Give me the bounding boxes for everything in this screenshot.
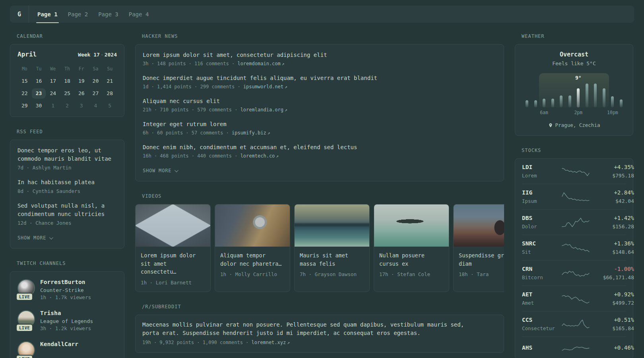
video-thumbnail[interactable] (136, 204, 210, 247)
nav-tab-page-1[interactable]: Page 1 (37, 6, 58, 23)
calendar-day: 28 (103, 88, 117, 99)
calendar-day: 3 (74, 101, 89, 111)
calendar-day: 16 (32, 76, 46, 86)
hackernews-item-title[interactable]: Lorem ipsum dolor sit amet, consectetur … (143, 51, 497, 59)
calendar-separator: · (100, 52, 105, 58)
item-domain-link[interactable]: ipsumworld.net (243, 84, 283, 90)
stock-row-iig[interactable]: IIGIpsum+2.84%$42.04 (522, 184, 626, 209)
nav-tab-page-2[interactable]: Page 2 (68, 6, 88, 23)
stock-sparkline (562, 241, 590, 253)
item-domain-link[interactable]: loremdomain.com (237, 61, 280, 66)
twitch-channel-row[interactable]: LIVETrishaLeague of Legends3h · 1.2k vie… (17, 309, 117, 331)
calendar-title: CALENDAR (17, 33, 124, 39)
video-thumbnail[interactable] (215, 204, 290, 247)
hackernews-item-title[interactable]: Integer eget rutrum lorem (143, 120, 497, 128)
nav-tab-page-4[interactable]: Page 4 (129, 6, 149, 23)
video-meta: 1h · Lori Barnett (141, 280, 205, 286)
calendar-day-header: Sa (89, 64, 103, 74)
item-domain-link[interactable]: loremlandia.org (241, 107, 283, 113)
video-card[interactable]: Nullam posuere cursus ex17h · Stefan Col… (374, 204, 449, 292)
video-title: Aliquam tempor dolor nec pharetra… (220, 251, 285, 268)
stock-change: +0.51% (590, 316, 634, 324)
video-card[interactable]: Mauris sit amet massa felis7h · Grayson … (294, 204, 370, 292)
calendar-day: 30 (32, 101, 46, 111)
item-meta-text: 1d · 1,414 points · 299 comments · (143, 84, 243, 90)
hackernews-item-title[interactable]: Donec imperdiet augue tincidunt felis al… (143, 74, 497, 82)
twitch-channel-name[interactable]: ForrestBurton (40, 278, 91, 286)
twitch-channel-row[interactable]: LIVEKendallCarr (17, 340, 117, 358)
hackernews-item: Aliquam nec cursus elit21h · 710 points … (143, 97, 497, 113)
rss-item-meta: 12d · Chance Jones (17, 220, 117, 226)
stock-price: $156.28 (590, 224, 634, 230)
stock-price: $795.18 (590, 173, 634, 179)
video-thumbnail[interactable] (374, 204, 449, 247)
twitch-channel-info: ForrestBurtonCounter-Strike1h · 1.7k vie… (40, 278, 91, 300)
stock-row-dbs[interactable]: DBSDolor+1.42%$156.28 (522, 209, 626, 235)
nav-tab-page-3[interactable]: Page 3 (98, 6, 118, 23)
videos-carousel: Lorem ipsum dolor sit amet consectetu…1h… (135, 204, 504, 292)
stock-row-snrc[interactable]: SNRCSit+1.36%$148.64 (522, 235, 626, 260)
hackernews-item: Donec enim nibh, condimentum et accumsan… (143, 143, 497, 159)
video-card[interactable]: Aliquam tempor dolor nec pharetra…1h · M… (215, 204, 290, 292)
rss-item-title[interactable]: In hac habitasse platea (17, 178, 117, 187)
subreddit-card: Maecenas mollis pulvinar erat non posuer… (135, 315, 504, 353)
stock-sparkline (562, 216, 590, 228)
hackernews-widget: HACKER NEWS Lorem ipsum dolor sit amet, … (135, 33, 504, 181)
stock-sparkline-cell (562, 165, 590, 177)
stock-symbol: IIG (522, 189, 562, 197)
weather-bar-10am (560, 95, 563, 107)
stock-row-ldi[interactable]: LDILorem+4.35%$795.18 (522, 159, 626, 184)
weather-bar-4pm (586, 84, 588, 107)
rss-item-meta: 8d · Cynthia Saunders (17, 188, 117, 194)
video-thumbnail[interactable] (454, 204, 504, 247)
stocks-widget: STOCKS LDILorem+4.35%$795.18IIGIpsum+2.8… (515, 148, 633, 358)
item-meta: 16h · 468 points · 440 comments · loremt… (143, 153, 497, 159)
stock-sparkline (562, 267, 590, 279)
stock-price: $42.04 (590, 198, 634, 204)
stock-row-aet[interactable]: AETAmet+0.92%$499.72 (522, 286, 626, 311)
hackernews-item-title[interactable]: Donec enim nibh, condimentum et accumsan… (143, 143, 497, 151)
calendar-day: 27 (89, 88, 103, 99)
rss-show-more-button[interactable]: SHOW MORE (17, 235, 52, 241)
twitch-channel-row[interactable]: LIVEForrestBurtonCounter-Strike1h · 1.7k… (17, 278, 117, 300)
weather-time-tick: 10pm (607, 110, 618, 115)
calendar-card: April Week 17·2024 MoTuWeThFrSaSu1516171… (10, 44, 124, 117)
app-logo[interactable]: G (10, 6, 29, 23)
rss-list: Donec tempor eros leo, ut commodo mauris… (17, 146, 117, 226)
twitch-avatar-wrap: LIVE (17, 341, 35, 358)
item-domain-link[interactable]: loremnet.xyz (252, 340, 286, 345)
stock-row-crn[interactable]: CRNBitcorn-1.00%$66,171.48 (522, 260, 626, 286)
rss-item-title[interactable]: Donec tempor eros leo, ut commodo mauris… (17, 146, 117, 163)
stock-symbol-block: CRNBitcorn (522, 265, 562, 280)
video-thumbnail[interactable] (295, 204, 369, 247)
stock-values: -1.00%$66,171.48 (590, 265, 634, 280)
weather-time-tick: 2pm (574, 110, 582, 115)
item-domain-link[interactable]: loremtech.co (241, 153, 275, 159)
twitch-title: TWITCH CHANNELS (17, 261, 124, 266)
stock-name: Lorem (522, 173, 562, 179)
calendar-day: 18 (60, 76, 74, 86)
live-badge: LIVE (16, 324, 33, 332)
stock-values: +0.51%$165.84 (590, 316, 634, 331)
twitch-channel-name[interactable]: KendallCarr (40, 340, 78, 348)
video-meta: 1h · Molly Carrillo (220, 271, 285, 277)
twitch-channel-name[interactable]: Trisha (40, 309, 93, 317)
calendar-day: 1 (46, 101, 60, 111)
twitch-channel-meta: 3h · 1.2k viewers (40, 325, 93, 331)
subreddit-post-title[interactable]: Maecenas mollis pulvinar erat non posuer… (142, 321, 483, 338)
stock-row-ahs[interactable]: AHS+0.46% (522, 337, 626, 358)
item-domain-link[interactable]: ipsumify.biz (232, 130, 266, 136)
stock-price: $499.72 (590, 300, 634, 306)
hackernews-item-title[interactable]: Aliquam nec cursus elit (143, 97, 497, 105)
hackernews-show-more-button[interactable]: SHOW MORE (143, 168, 177, 173)
video-card[interactable]: Lorem ipsum dolor sit amet consectetu…1h… (135, 204, 211, 292)
external-link-icon: ↗ (281, 61, 285, 66)
stock-sparkline (562, 191, 590, 202)
calendar-day: 29 (17, 101, 32, 111)
stock-sparkline-cell (562, 292, 590, 304)
stock-row-ccs[interactable]: CCSConsectetur+0.51%$165.84 (522, 311, 626, 337)
video-card[interactable]: Suspendisse gravida diam18h · Tara (453, 204, 504, 292)
videos-widget: VIDEOS Lorem ipsum dolor sit amet consec… (135, 193, 504, 292)
calendar-month: April (17, 51, 37, 58)
rss-item-title[interactable]: Sed volutpat nulla nisl, a condimentum n… (17, 202, 117, 218)
